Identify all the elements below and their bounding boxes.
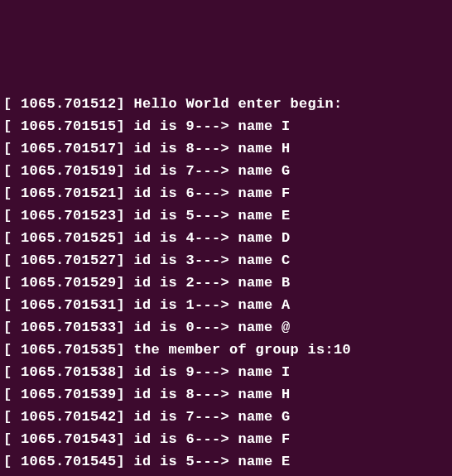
log-line: [ 1065.701533] id is 0---> name @ bbox=[3, 316, 452, 339]
log-line: [ 1065.701548] id is 4---> name D bbox=[3, 473, 452, 476]
log-line: [ 1065.701512] Hello World enter begin: bbox=[3, 93, 452, 115]
log-line: [ 1065.701525] id is 4---> name D bbox=[3, 227, 452, 249]
log-line: [ 1065.701515] id is 9---> name I bbox=[3, 115, 452, 137]
log-line: [ 1065.701531] id is 1---> name A bbox=[3, 294, 452, 316]
log-line: [ 1065.701539] id is 8---> name H bbox=[3, 383, 452, 406]
log-line: [ 1065.701542] id is 7---> name G bbox=[3, 406, 452, 428]
log-line: [ 1065.701543] id is 6---> name F bbox=[3, 428, 452, 450]
log-line: [ 1065.701527] id is 3---> name C bbox=[3, 249, 452, 272]
log-line: [ 1065.701545] id is 5---> name E bbox=[3, 450, 452, 473]
log-line: [ 1065.701521] id is 6---> name F bbox=[3, 182, 452, 204]
log-line: [ 1065.701517] id is 8---> name H bbox=[3, 137, 452, 160]
log-line: [ 1065.701529] id is 2---> name B bbox=[3, 272, 452, 294]
log-line: [ 1065.701523] id is 5---> name E bbox=[3, 204, 452, 227]
log-line: [ 1065.701519] id is 7---> name G bbox=[3, 160, 452, 182]
log-line: [ 1065.701538] id is 9---> name I bbox=[3, 361, 452, 383]
terminal-output: [ 1065.701512] Hello World enter begin:[… bbox=[3, 93, 452, 476]
log-line: [ 1065.701535] the member of group is:10 bbox=[3, 339, 452, 361]
